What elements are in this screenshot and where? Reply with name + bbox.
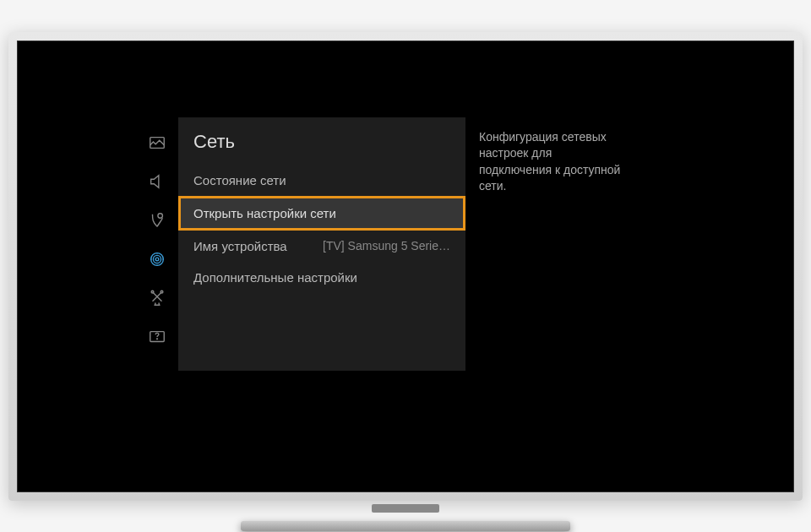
menu-item-expert-settings[interactable]: Дополнительные настройки [178,262,465,293]
settings-menu: Сеть Состояние сети Открыть настройки се… [136,117,634,371]
menu-item-value: [TV] Samsung 5 Serie… [323,239,450,252]
panel-title: Сеть [178,126,465,165]
help-text: Конфигурация сетевых настроек для подклю… [465,117,634,371]
tv-stand [241,508,570,531]
sound-icon[interactable] [147,171,167,192]
menu-item-label: Имя устройства [193,239,287,253]
menu-item-open-network-settings[interactable]: Открыть настройки сети [178,196,465,231]
menu-item-network-status[interactable]: Состояние сети [178,165,465,196]
svg-point-5 [151,290,154,293]
menu-item-label: Состояние сети [193,173,286,187]
svg-point-1 [158,213,163,218]
svg-point-6 [161,290,163,293]
menu-item-device-name[interactable]: Имя устройства [TV] Samsung 5 Serie… [178,231,465,262]
menu-panel: Сеть Состояние сети Открыть настройки се… [178,117,465,371]
network-icon[interactable] [147,249,167,269]
svg-point-3 [153,255,161,263]
menu-item-label: Открыть настройки сети [193,206,336,220]
category-rail [136,117,178,371]
menu-item-label: Дополнительные настройки [193,270,357,285]
system-icon[interactable] [147,288,167,308]
support-icon[interactable] [147,327,167,347]
broadcast-icon[interactable] [147,210,167,231]
svg-point-2 [155,258,159,261]
svg-point-8 [157,338,158,339]
tv-screen: Сеть Состояние сети Открыть настройки се… [17,41,794,492]
tv-frame: Сеть Состояние сети Открыть настройки се… [8,32,803,501]
picture-icon[interactable] [147,133,167,153]
